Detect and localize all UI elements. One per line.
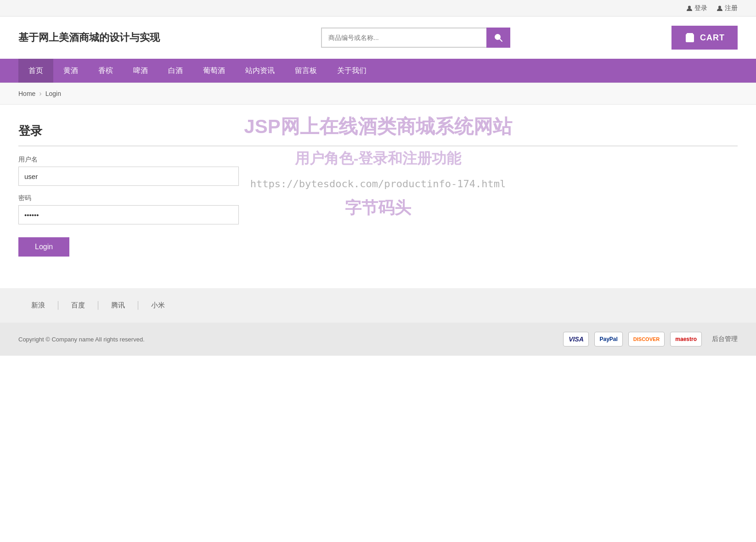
svg-point-1: [718, 6, 721, 8]
breadcrumb-current: Login: [45, 90, 61, 97]
nav-item-home[interactable]: 首页: [18, 59, 53, 83]
header: 基于网上美酒商城的设计与实现 CART: [0, 17, 756, 59]
svg-line-3: [500, 39, 502, 41]
search-input[interactable]: [321, 28, 486, 48]
footer-link-xinlang[interactable]: 新浪: [18, 301, 58, 310]
main-content: JSP网上在线酒类商城系统网站 用户角色-登录和注册功能 https://byt…: [0, 105, 756, 288]
footer-link-baidu[interactable]: 百度: [58, 301, 98, 310]
nav-item-about[interactable]: 关于我们: [327, 59, 377, 83]
svg-point-0: [688, 6, 691, 8]
nav-item-pijiu[interactable]: 啤酒: [123, 59, 158, 83]
payment-maestro: maestro: [670, 332, 702, 346]
login-title: 登录: [18, 123, 738, 146]
login-button[interactable]: Login: [18, 237, 69, 257]
password-input[interactable]: [18, 205, 239, 224]
top-bar: 登录 注册: [0, 0, 756, 17]
cart-button[interactable]: CART: [671, 26, 738, 50]
username-label: 用户名: [18, 156, 738, 164]
login-section: 登录 用户名 密码 Login: [18, 123, 738, 257]
nav-item-putaojiu[interactable]: 葡萄酒: [193, 59, 235, 83]
password-label: 密码: [18, 194, 738, 202]
nav-item-news[interactable]: 站内资讯: [235, 59, 285, 83]
footer-bottom: Copyright © Company name All rights rese…: [0, 323, 756, 356]
breadcrumb: Home › Login: [0, 83, 756, 105]
nav-item-baijiu[interactable]: 白酒: [158, 59, 193, 83]
login-link[interactable]: 登录: [686, 4, 707, 12]
username-group: 用户名: [18, 156, 738, 186]
search-button[interactable]: [486, 28, 510, 48]
breadcrumb-separator: ›: [39, 89, 41, 98]
logo[interactable]: 基于网上美酒商城的设计与实现: [18, 31, 160, 45]
footer-links: 新浪 百度 腾讯 小米: [0, 288, 756, 323]
payment-paypal: PayPal: [594, 332, 622, 346]
payment-discover: DISCOVER: [628, 332, 665, 346]
username-input[interactable]: [18, 167, 239, 186]
nav-item-huangjiu[interactable]: 黄酒: [53, 59, 88, 83]
user-icon: [686, 5, 693, 11]
nav-item-xiangbin[interactable]: 香槟: [88, 59, 123, 83]
footer-link-xiaomi[interactable]: 小米: [138, 301, 178, 310]
cart-icon: [684, 32, 695, 43]
nav-item-guestbook[interactable]: 留言板: [285, 59, 327, 83]
password-group: 密码: [18, 194, 738, 224]
search-icon: [494, 33, 503, 42]
admin-link[interactable]: 后台管理: [712, 335, 738, 343]
main-nav: 首页 黄酒 香槟 啤酒 白酒 葡萄酒 站内资讯 留言板 关于我们: [0, 59, 756, 83]
breadcrumb-home[interactable]: Home: [18, 90, 35, 97]
payment-visa: VISA: [563, 332, 589, 346]
user-icon-register: [717, 5, 723, 11]
footer-link-tengxun[interactable]: 腾讯: [98, 301, 138, 310]
register-link[interactable]: 注册: [717, 4, 738, 12]
footer-right: VISA PayPal DISCOVER maestro 后台管理: [563, 332, 738, 346]
search-area: [321, 28, 510, 48]
copyright-text: Copyright © Company name All rights rese…: [18, 336, 145, 343]
